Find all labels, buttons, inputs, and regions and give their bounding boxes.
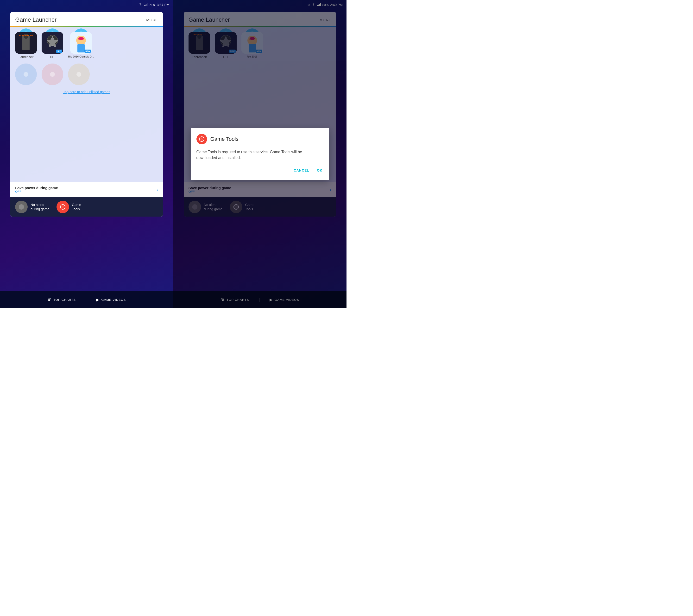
empty-slot-3-left[interactable] (68, 63, 90, 85)
save-power-title-left: Save power during game (15, 186, 58, 190)
badge-new-rio-left: NEW (84, 50, 91, 53)
game-icon-wrap-hit-left: NEW (42, 32, 63, 54)
svg-point-56 (202, 139, 203, 139)
svg-point-55 (200, 139, 201, 139)
main-card-left: Game Launcher MORE (10, 12, 163, 216)
no-alerts-icon-left (15, 201, 28, 213)
status-icons-left: 71% 3:37 PM (138, 3, 169, 7)
bottom-bar-left: No alerts during game (10, 197, 163, 216)
slot-inner-3-left (77, 72, 81, 77)
save-power-chevron-left: › (157, 187, 158, 193)
game-item-fahrenheit-left[interactable]: FAHRENHEIT Fahrenheit (15, 32, 37, 59)
game-tools-dialog: Game Tools Game Tools is required to use… (191, 128, 329, 180)
crown-icon-left: ♛ (47, 297, 52, 302)
game-tools-icon-left (57, 201, 69, 213)
game-name-fahrenheit-left: Fahrenheit (19, 55, 34, 59)
game-name-hit-left: HIT (50, 55, 55, 59)
left-panel: 71% 3:37 PM Game Launcher MORE (0, 0, 173, 308)
gamepad-icon-left (60, 204, 66, 210)
game-item-rio-left[interactable]: NEW Rio 2016 Olympic G... (68, 32, 94, 59)
no-alerts-btn-left[interactable]: No alerts during game (15, 201, 49, 213)
signal-icon-left (144, 3, 147, 7)
dialog-header: Game Tools (196, 134, 323, 145)
top-charts-nav-left[interactable]: ♛ TOP CHARTS (47, 297, 76, 302)
game-videos-nav-left[interactable]: ▶ GAME VIDEOS (96, 297, 126, 302)
empty-slot-1-left[interactable] (15, 63, 37, 85)
game-tools-label-left: Game Tools (72, 203, 81, 211)
wifi-icon-left (138, 3, 142, 7)
svg-point-24 (62, 206, 63, 207)
svg-point-23 (63, 207, 64, 207)
save-power-row-left[interactable]: Save power during game OFF › (10, 182, 163, 197)
game-icon-wrap-fahrenheit-left: FAHRENHEIT (15, 32, 37, 54)
save-power-text-left: Save power during game OFF (15, 186, 58, 193)
svg-point-0 (140, 5, 140, 6)
empty-slots-left (15, 63, 158, 85)
svg-point-20 (60, 204, 66, 210)
more-button-left[interactable]: MORE (146, 18, 158, 22)
hit-img-left: NEW (42, 32, 63, 54)
dialog-gamepad-icon (199, 136, 205, 142)
game-tools-btn-left[interactable]: Game Tools (57, 201, 81, 213)
fahrenheit-img-left: FAHRENHEIT (15, 32, 37, 54)
game-item-hit-left[interactable]: NEW HIT (42, 32, 63, 59)
dialog-actions: CANCEL OK (196, 167, 323, 174)
status-bar-left: 71% 3:37 PM (0, 0, 173, 9)
card-header-left: Game Launcher MORE (10, 12, 163, 26)
svg-point-53 (199, 136, 205, 142)
games-grid-left: FAHRENHEIT Fahrenheit (15, 32, 158, 59)
slot-inner-1-left (24, 72, 28, 77)
battery-left: 71% (149, 3, 155, 7)
film-icon-left: ▶ (96, 297, 99, 302)
dialog-title: Game Tools (211, 136, 239, 142)
slot-inner-2-left (50, 72, 55, 77)
game-name-rio-left: Rio 2016 Olympic G... (68, 55, 94, 58)
no-alerts-label-left: No alerts during game (31, 203, 49, 211)
game-videos-label-left: GAME VIDEOS (101, 298, 126, 302)
game-icon-wrap-rio-left: NEW (70, 32, 92, 54)
svg-point-17 (78, 37, 84, 40)
svg-point-25 (62, 208, 63, 208)
bottom-nav-left: ♛ TOP CHARTS | ▶ GAME VIDEOS (0, 291, 173, 308)
dialog-ok-button[interactable]: OK (316, 167, 323, 174)
svg-point-58 (201, 140, 202, 140)
svg-rect-4 (147, 3, 147, 6)
badge-new-hit-left: NEW (56, 50, 62, 53)
dialog-cancel-button[interactable]: CANCEL (293, 167, 310, 174)
svg-point-57 (201, 138, 202, 139)
right-panel: ◎ 83% (173, 0, 347, 308)
add-games-link-left[interactable]: Tap here to add unlisted games (15, 90, 158, 94)
top-charts-label-left: TOP CHARTS (53, 298, 76, 302)
card-title-left: Game Launcher (15, 16, 57, 23)
svg-rect-3 (146, 4, 146, 6)
dialog-body: Game Tools is required to use this servi… (196, 149, 323, 161)
svg-rect-15 (77, 44, 85, 53)
games-area-left: FAHRENHEIT Fahrenheit (10, 27, 163, 182)
rio-img-left: NEW (70, 32, 92, 54)
time-left: 3:37 PM (157, 3, 169, 7)
svg-rect-2 (145, 4, 145, 6)
svg-point-22 (62, 207, 62, 207)
dialog-overlay: Game Tools Game Tools is required to use… (173, 0, 347, 308)
dialog-icon (196, 134, 207, 145)
nav-divider-left: | (85, 297, 86, 303)
save-power-status-left: OFF (15, 190, 58, 193)
svg-rect-19 (20, 207, 23, 207)
minus-icon-left (19, 204, 24, 210)
empty-slot-2-left[interactable] (42, 63, 63, 85)
svg-rect-1 (144, 5, 144, 6)
